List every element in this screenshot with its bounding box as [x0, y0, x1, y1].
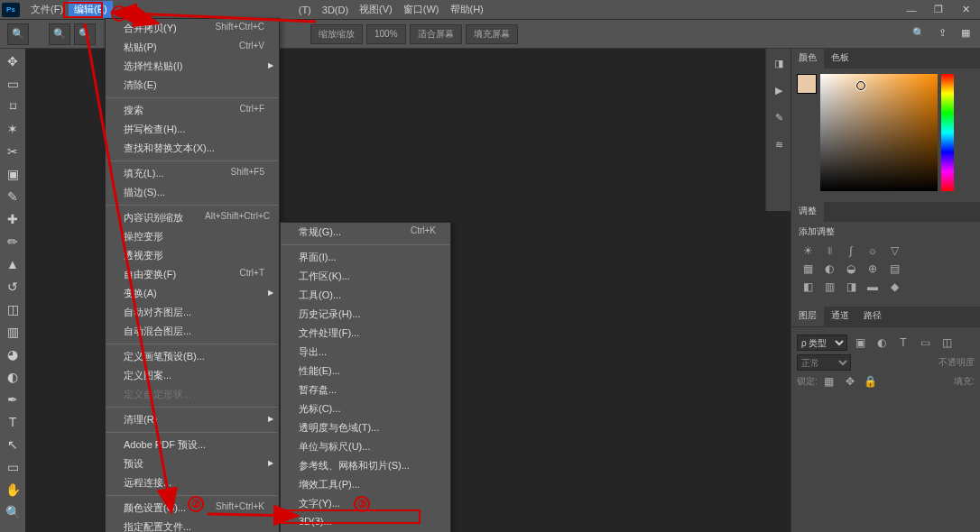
- filter-adjust-icon[interactable]: ◐: [873, 335, 891, 350]
- zoom-out-icon[interactable]: 🔍: [74, 23, 96, 45]
- path-tool-icon[interactable]: ↖: [2, 434, 23, 455]
- menu-item[interactable]: 变换(A): [106, 284, 279, 303]
- hue-slider[interactable]: [941, 74, 954, 191]
- share-icon[interactable]: ⇪: [931, 22, 953, 43]
- filter-shape-icon[interactable]: ▭: [916, 335, 934, 350]
- crop-tool-icon[interactable]: ✂: [2, 141, 23, 162]
- gradient-tool-icon[interactable]: ▥: [2, 321, 23, 343]
- menu-view[interactable]: 视图(V): [354, 1, 398, 18]
- minimize-icon[interactable]: —: [899, 2, 924, 18]
- menu-item[interactable]: 查找和替换文本(X)...: [106, 139, 279, 158]
- eyedropper-icon[interactable]: ✎: [2, 186, 23, 207]
- menu-item[interactable]: 透视变形: [106, 246, 279, 265]
- tab-color[interactable]: 颜色: [791, 49, 824, 69]
- eraser-tool-icon[interactable]: ◫: [2, 298, 23, 320]
- shape-tool-icon[interactable]: ▭: [2, 456, 23, 478]
- menu-item[interactable]: 选择性粘贴(I): [106, 57, 279, 76]
- menu-type[interactable]: (T): [293, 3, 317, 17]
- opt-scrubby[interactable]: 缩放缩放: [310, 24, 363, 44]
- curves-icon[interactable]: ∫: [842, 243, 860, 258]
- menu-item[interactable]: 预设: [106, 454, 279, 473]
- menu-item[interactable]: 定义自定形状...: [106, 385, 279, 404]
- submenu-item[interactable]: 常规(G)...Ctrl+K: [281, 223, 450, 242]
- lock-pixels-icon[interactable]: ▦: [820, 374, 838, 389]
- color-picker[interactable]: [797, 74, 975, 191]
- hue-icon[interactable]: ▦: [799, 261, 817, 276]
- zoom-tool-icon[interactable]: 🔍: [7, 23, 29, 45]
- submenu-item[interactable]: 3D(3)...: [281, 513, 450, 529]
- menu-item[interactable]: 定义画笔预设(B)...: [106, 347, 279, 366]
- submenu-item[interactable]: 文件处理(F)...: [281, 324, 450, 343]
- filter-smart-icon[interactable]: ◫: [938, 335, 956, 350]
- marquee-tool-icon[interactable]: ▭: [2, 73, 23, 95]
- wand-tool-icon[interactable]: ✶: [2, 118, 23, 140]
- submenu-item[interactable]: 性能(E)...: [281, 362, 450, 381]
- menu-item[interactable]: 自动对齐图层...: [106, 303, 279, 322]
- pen-tool-icon[interactable]: ✒: [2, 389, 23, 410]
- menu-item[interactable]: 定义图案...: [106, 366, 279, 385]
- invert-icon[interactable]: ◧: [799, 280, 817, 294]
- menu-item[interactable]: 操控变形: [106, 227, 279, 246]
- menu-item[interactable]: 填充(L)...Shift+F5: [106, 164, 279, 183]
- menu-item[interactable]: 自由变换(F)Ctrl+T: [106, 265, 279, 284]
- exposure-icon[interactable]: ☼: [864, 243, 882, 258]
- menu-edit[interactable]: 编辑(E): [69, 1, 113, 18]
- close-icon[interactable]: ✕: [953, 2, 978, 18]
- brightness-icon[interactable]: ☀: [799, 243, 817, 258]
- color-field[interactable]: [820, 74, 938, 191]
- filter-type-icon[interactable]: T: [894, 335, 912, 350]
- menu-item[interactable]: 远程连接...: [106, 473, 279, 492]
- heal-tool-icon[interactable]: ✚: [2, 208, 23, 230]
- menu-help[interactable]: 帮助(H): [445, 1, 489, 18]
- tab-swatches[interactable]: 色板: [824, 49, 856, 69]
- gradient-map-icon[interactable]: ▬: [864, 280, 882, 294]
- menu-item[interactable]: 清除(E): [106, 76, 279, 95]
- move-tool-icon[interactable]: ✥: [2, 50, 23, 72]
- play-icon[interactable]: ▶: [768, 79, 790, 101]
- opt-fit[interactable]: 适合屏幕: [410, 24, 462, 44]
- type-tool-icon[interactable]: T: [2, 411, 23, 433]
- foreground-swatch[interactable]: [797, 74, 817, 94]
- menu-item[interactable]: 颜色设置(G)...Shift+Ctrl+K: [106, 499, 279, 518]
- brush-tool-icon[interactable]: ✏: [2, 231, 23, 252]
- submenu-item[interactable]: 工具(O)...: [281, 286, 450, 305]
- submenu-item[interactable]: 暂存盘...: [281, 381, 450, 399]
- blend-mode-select[interactable]: 正常: [797, 354, 851, 371]
- menu-item[interactable]: 描边(S)...: [106, 183, 279, 202]
- maximize-icon[interactable]: ❐: [926, 2, 951, 18]
- menu-item[interactable]: Adobe PDF 预设...: [106, 436, 279, 454]
- filter-image-icon[interactable]: ▣: [851, 335, 869, 350]
- levels-icon[interactable]: ⫴: [820, 243, 838, 258]
- photo-filter-icon[interactable]: ◒: [842, 261, 860, 276]
- tab-paths[interactable]: 路径: [856, 307, 889, 326]
- submenu-item[interactable]: 光标(C)...: [281, 399, 450, 418]
- zoom-tool-icon2[interactable]: 🔍: [2, 501, 23, 523]
- dodge-tool-icon[interactable]: ◐: [2, 366, 23, 388]
- menu-item[interactable]: 清理(R): [106, 410, 279, 429]
- history-panel-icon[interactable]: ◨: [768, 52, 790, 74]
- opt-100[interactable]: 100%: [366, 24, 406, 44]
- zoom-in-icon[interactable]: 🔍: [49, 23, 70, 45]
- opt-fill[interactable]: 填充屏幕: [466, 24, 518, 44]
- submenu-item[interactable]: 文字(Y)...: [281, 494, 450, 513]
- submenu-item[interactable]: 透明度与色域(T)...: [281, 418, 450, 437]
- selective-color-icon[interactable]: ◆: [885, 280, 903, 294]
- layer-filter-type[interactable]: ρ 类型: [797, 335, 847, 351]
- stamp-tool-icon[interactable]: ▲: [2, 253, 23, 275]
- bw-icon[interactable]: ◐: [820, 261, 838, 276]
- posterize-icon[interactable]: ▥: [820, 280, 838, 294]
- menu-window[interactable]: 窗口(W): [398, 1, 445, 18]
- channel-mixer-icon[interactable]: ⊕: [864, 261, 882, 276]
- submenu-item[interactable]: 增效工具(P)...: [281, 475, 450, 494]
- menu-item[interactable]: 合并拷贝(Y)Shift+Ctrl+C: [106, 19, 279, 38]
- tab-channels[interactable]: 通道: [824, 307, 856, 326]
- menu-item[interactable]: 搜索Ctrl+F: [106, 101, 279, 120]
- submenu-item[interactable]: 工作区(K)...: [281, 267, 450, 286]
- search-icon[interactable]: 🔍: [908, 22, 929, 43]
- menu-item[interactable]: 拼写检查(H)...: [106, 120, 279, 139]
- lookup-icon[interactable]: ▤: [885, 261, 903, 276]
- submenu-item[interactable]: 历史记录(H)...: [281, 305, 450, 324]
- history-brush-icon[interactable]: ↺: [2, 276, 23, 298]
- submenu-item[interactable]: 界面(I)...: [281, 248, 450, 267]
- threshold-icon[interactable]: ◨: [842, 280, 860, 294]
